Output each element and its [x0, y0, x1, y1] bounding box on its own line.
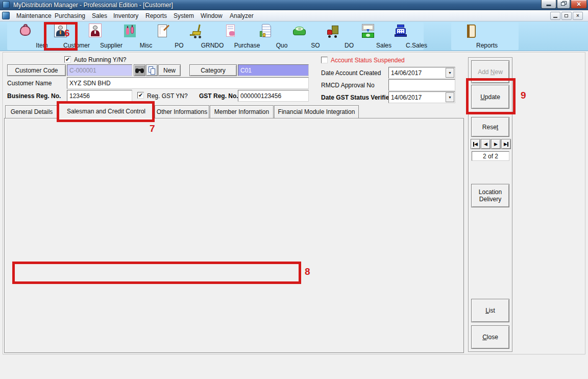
tab-salesman-credit-control[interactable]: Salesman and Credit Control [58, 103, 154, 119]
annotation-number-8: 8 [305, 266, 310, 277]
toolbar-misc-button[interactable]: Misc [114, 22, 146, 50]
customer-name-input[interactable]: XYZ SDN BHD [67, 77, 309, 89]
record-indicator: 2 of 2 [472, 151, 509, 161]
toolbar-item-button[interactable]: Item [10, 22, 42, 50]
toolbar-purchase-button[interactable]: Purchase [215, 22, 247, 50]
tab-member-information[interactable]: Member Information [210, 105, 274, 118]
category-button[interactable]: Category [189, 64, 237, 76]
close-form-button[interactable]: Close [471, 325, 509, 349]
toolbar-csales-button[interactable]: C.Sales [385, 22, 416, 50]
account-status-checkbox[interactable] [321, 57, 328, 63]
annotation-number-9: 9 [521, 90, 526, 101]
chevron-down-icon[interactable]: ▼ [446, 92, 454, 102]
tab-general-details[interactable]: General Details [5, 105, 58, 118]
so-icon [292, 23, 307, 39]
grndo-icon [189, 23, 204, 39]
binoculars-icon [135, 67, 144, 74]
menu-reports[interactable]: Reports [140, 12, 172, 20]
minimize-icon [547, 5, 551, 6]
customer-code-input[interactable]: C-000001 [67, 64, 132, 76]
close-button[interactable]: × [571, 0, 587, 9]
menu-analyzer[interactable]: Analyzer [225, 12, 259, 20]
menu-system[interactable]: System [168, 12, 199, 20]
mdi-child-icon [2, 12, 10, 19]
app-icon [3, 1, 10, 8]
reg-gst-label: Reg. GST YN? [147, 92, 188, 100]
annotation-number-7: 7 [150, 123, 155, 134]
mdi-close-button[interactable]: × [573, 12, 583, 20]
checkmark-icon: ✔ [65, 56, 70, 62]
toolbar-po-button[interactable]: PO [148, 22, 179, 50]
toolbar-do-button[interactable]: DO [317, 22, 349, 50]
mdi-restore-button[interactable] [561, 12, 572, 20]
tab-other-informations[interactable]: Other Informations [155, 105, 209, 118]
toolbar-sales-button[interactable]: Sales [352, 22, 384, 50]
quo-icon [258, 23, 274, 39]
nav-last-button[interactable]: ▶ [501, 139, 511, 149]
restore-button[interactable] [557, 0, 570, 9]
toolbar-supplier-button[interactable]: Supplier [80, 22, 111, 50]
date-account-created-combo[interactable]: 14/06/2017 ▼ [388, 67, 455, 79]
business-reg-label: Business Reg. No. [7, 92, 61, 100]
business-reg-input[interactable]: 123456 [67, 90, 132, 102]
previous-record-icon: ◀ [484, 142, 487, 147]
misc-icon [122, 23, 138, 39]
add-new-button[interactable]: Add New [471, 60, 509, 83]
annotation-number-6: 6 [64, 28, 70, 39]
date-gst-verified-combo[interactable]: 14/06/2017 ▼ [388, 91, 455, 103]
new-button[interactable]: New [158, 64, 181, 76]
sales-icon [360, 23, 376, 39]
next-record-icon: ▶ [494, 142, 498, 147]
salesman-tab-panel [4, 118, 464, 353]
auto-running-checkbox[interactable]: ✔ [64, 56, 71, 63]
checkmark-icon: ✔ [138, 92, 143, 98]
reg-gst-checkbox[interactable]: ✔ [137, 92, 144, 99]
menu-inventory[interactable]: Inventory [108, 12, 143, 20]
category-input[interactable]: C01 [238, 64, 309, 76]
nav-first-button[interactable]: ◀ [471, 139, 480, 149]
purchase-icon [224, 23, 239, 39]
update-button[interactable]: Update [471, 85, 509, 109]
toolbar-customer-button[interactable]: Customer [45, 22, 77, 50]
menu-window[interactable]: Window [195, 12, 228, 20]
close-icon: × [571, 0, 586, 8]
nav-next-button[interactable]: ▶ [491, 139, 501, 149]
rmcd-input[interactable] [388, 79, 455, 91]
gst-reg-input[interactable]: 000000123456 [238, 90, 309, 102]
copy-button[interactable] [146, 64, 158, 76]
supplier-icon [88, 23, 103, 39]
minimize-button[interactable] [541, 0, 556, 9]
toolbar-quo-button[interactable]: Quo [250, 22, 282, 50]
list-button[interactable]: List [471, 299, 509, 322]
date-gst-verified-label: Date GST Status Verified [321, 94, 393, 101]
menu-bar: Maintenance Purchasing Sales Inventory R… [0, 10, 588, 21]
customer-code-button[interactable]: Customer Code [7, 64, 66, 76]
location-delivery-button[interactable]: Location Delivery [471, 184, 509, 207]
mdi-restore-icon [565, 14, 568, 17]
application-window: MyDistribution Manager - Professional Ed… [0, 0, 588, 379]
first-record-icon: ◀ [473, 142, 478, 147]
date-account-created-label: Date Account Created [321, 69, 381, 77]
restore-icon-front [561, 2, 565, 6]
menu-purchasing[interactable]: Purchasing [50, 12, 90, 20]
tab-financial-module-integration[interactable]: Financial Module Integration [274, 105, 359, 118]
toolbar: Item Customer Supplier [0, 21, 588, 51]
title-bar: MyDistribution Manager - Professional Ed… [0, 0, 588, 10]
rmcd-label: RMCD Approval No [321, 82, 375, 89]
mdi-minimize-icon [553, 17, 557, 18]
auto-running-label: Auto Running Y/N? [74, 56, 127, 63]
nav-prev-button[interactable]: ◀ [481, 139, 491, 149]
window-title: MyDistribution Manager - Professional Ed… [13, 2, 173, 9]
customer-name-label: Customer Name [7, 80, 52, 87]
do-icon [326, 23, 341, 39]
mdi-minimize-button[interactable] [550, 12, 560, 20]
toolbar-reports-button[interactable]: Reports [455, 22, 487, 50]
account-status-label: Account Status Suspended [331, 57, 405, 64]
toolbar-so-button[interactable]: SO [284, 22, 315, 50]
last-record-icon: ▶ [504, 142, 508, 147]
toolbar-grndo-button[interactable]: GRNDO [181, 22, 212, 50]
chevron-down-icon[interactable]: ▼ [446, 68, 454, 78]
reset-button[interactable]: Reset [471, 117, 509, 137]
find-button[interactable] [134, 64, 145, 76]
csales-icon [393, 23, 408, 39]
